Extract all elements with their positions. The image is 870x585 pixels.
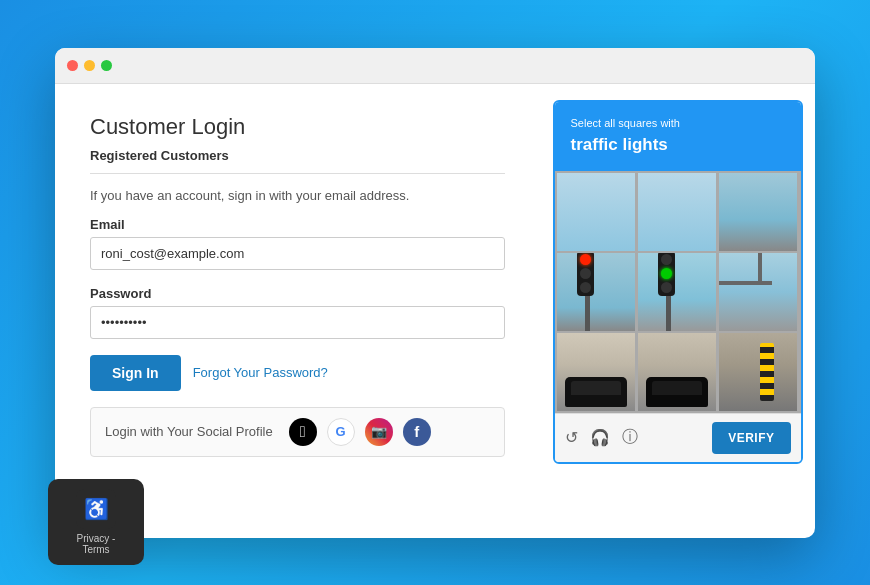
verify-button[interactable]: VERIFY <box>712 422 790 454</box>
captcha-cell-7[interactable] <box>557 333 635 411</box>
captcha-cell-5[interactable] <box>638 253 716 331</box>
email-group: Email <box>90 217 505 282</box>
registered-customers-label: Registered Customers <box>90 148 505 174</box>
password-group: Password <box>90 286 505 351</box>
forgot-password-link[interactable]: Forgot Your Password? <box>193 365 328 380</box>
login-panel: Customer Login Registered Customers If y… <box>55 84 540 538</box>
captcha-footer: ↺ 🎧 ⓘ VERIFY <box>555 413 801 462</box>
captcha-panel: Select all squares with traffic lights <box>540 84 815 538</box>
captcha-cell-8[interactable] <box>638 333 716 411</box>
password-field[interactable] <box>90 306 505 339</box>
login-description: If you have an account, sign in with you… <box>90 188 505 203</box>
refresh-icon[interactable]: ↺ <box>565 428 578 447</box>
action-row: Sign In Forgot Your Password? <box>90 355 505 391</box>
password-label: Password <box>90 286 505 301</box>
instagram-login-button[interactable]: 📷 <box>365 418 393 446</box>
recaptcha-icon: ♿ <box>76 489 116 529</box>
privacy-badge: ♿ Privacy - Terms <box>48 479 144 565</box>
close-dot[interactable] <box>67 60 78 71</box>
captcha-cell-9[interactable] <box>719 333 797 411</box>
facebook-login-button[interactable]: f <box>403 418 431 446</box>
email-field[interactable] <box>90 237 505 270</box>
maximize-dot[interactable] <box>101 60 112 71</box>
google-login-button[interactable]: G <box>327 418 355 446</box>
captcha-cell-2[interactable] <box>638 173 716 251</box>
privacy-terms-label[interactable]: Privacy - Terms <box>62 533 130 555</box>
browser-bar <box>55 48 815 84</box>
apple-login-button[interactable]:  <box>289 418 317 446</box>
audio-icon[interactable]: 🎧 <box>590 428 610 447</box>
captcha-header: Select all squares with traffic lights <box>555 102 801 171</box>
captcha-cell-4[interactable] <box>557 253 635 331</box>
captcha-footer-icons: ↺ 🎧 ⓘ <box>565 427 638 448</box>
signin-button[interactable]: Sign In <box>90 355 181 391</box>
page-title: Customer Login <box>90 114 505 140</box>
captcha-cell-1[interactable] <box>557 173 635 251</box>
captcha-cell-3[interactable] <box>719 173 797 251</box>
social-label: Login with Your Social Profile <box>105 424 273 439</box>
social-login-box: Login with Your Social Profile  G 📷 f <box>90 407 505 457</box>
browser-content: Customer Login Registered Customers If y… <box>55 84 815 538</box>
captcha-instruction-line1: Select all squares with <box>571 116 785 131</box>
captcha-box: Select all squares with traffic lights <box>553 100 803 464</box>
email-label: Email <box>90 217 505 232</box>
browser-window: Customer Login Registered Customers If y… <box>55 48 815 538</box>
captcha-cell-6[interactable] <box>719 253 797 331</box>
info-icon[interactable]: ⓘ <box>622 427 638 448</box>
captcha-instruction-bold: traffic lights <box>571 135 668 154</box>
minimize-dot[interactable] <box>84 60 95 71</box>
captcha-grid <box>555 171 801 413</box>
